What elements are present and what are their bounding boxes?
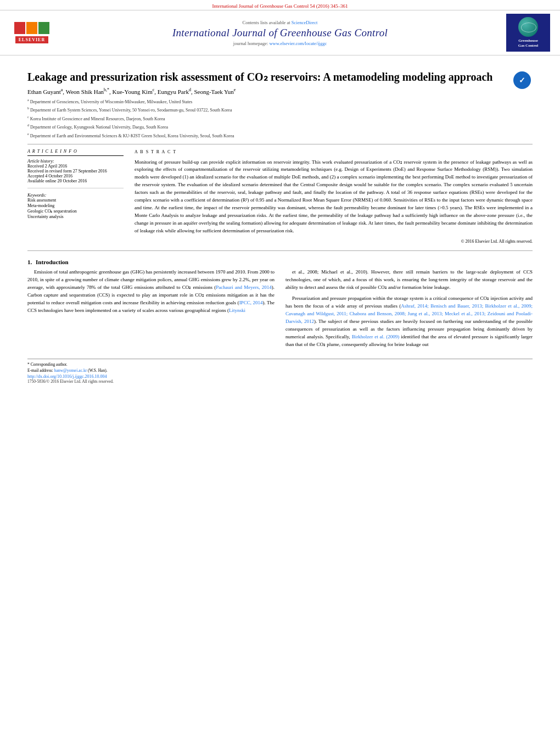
- article-info-title: A R T I C L E I N F O: [27, 149, 124, 154]
- elsevier-logo: ELSEVIER: [10, 22, 54, 43]
- article-title: Leakage and pressurization risk assessme…: [27, 70, 533, 84]
- journal-title: International Journal of Greenhouse Gas …: [54, 27, 506, 39]
- article-info-abstract: A R T I C L E I N F O Article history: R…: [27, 149, 533, 245]
- homepage-link[interactable]: www.elsevier.com/locate/ijggc: [269, 41, 327, 46]
- crossmark-icon: ✓: [513, 71, 531, 89]
- copyright: © 2016 Elsevier Ltd. All rights reserved…: [135, 238, 533, 245]
- article-history: Article history: Received 2 April 2016 R…: [27, 159, 124, 183]
- intro-section: 1. Introduction Emission of total anthro…: [27, 259, 533, 352]
- contents-line: Contents lists available at ScienceDirec…: [54, 20, 506, 25]
- ref-ashraf[interactable]: Ashraf, 2014; Benisch and Bauer, 2013; B…: [285, 303, 533, 324]
- ref-pachauri[interactable]: Pachauri and Meyers, 2014: [216, 284, 272, 290]
- journal-header: ELSEVIER Contents lists available at Sci…: [0, 10, 560, 55]
- available-date: Available online 20 October 2016: [27, 178, 124, 183]
- divider-top: [27, 144, 533, 144]
- intro-right-col: et al., 2008; Michael et al., 2010). How…: [285, 269, 533, 352]
- journal-homepage: journal homepage: www.elsevier.com/locat…: [54, 41, 506, 46]
- authors-line: Ethan Guyanta, Weon Shik Hanb,*, Kue-You…: [27, 87, 533, 95]
- ref-ipcc[interactable]: IPCC, 2014: [239, 300, 263, 305]
- intro-left-para: Emission of total anthropogenic greenhou…: [27, 269, 275, 315]
- intro-left-col: Emission of total anthropogenic greenhou…: [27, 269, 275, 352]
- received-date: Received 2 April 2016: [27, 164, 124, 169]
- keyword-1: Risk assessment: [27, 198, 124, 203]
- crossmark-badge: ✓: [512, 70, 533, 91]
- keyword-2: Meta-modeling: [27, 203, 124, 208]
- keywords-section: Keywords: Risk assessment Meta-modeling …: [27, 193, 124, 219]
- elsevier-label: ELSEVIER: [15, 36, 48, 43]
- logo-title: Greenhouse Gas Control: [518, 38, 539, 48]
- email-note: E-mail address: hanw@yonsei.ac.kr (W.S. …: [27, 368, 533, 373]
- sciencedirect-link[interactable]: ScienceDirect: [292, 20, 318, 25]
- ref-birkholzer[interactable]: Birkholzer et al. (2009): [352, 334, 400, 339]
- journal-reference: International Journal of Greenhouse Gas …: [0, 0, 560, 10]
- main-content: Leakage and pressurization risk assessme…: [0, 55, 560, 383]
- doi-link[interactable]: http://dx.doi.org/10.1016/j.ijggc.2016.1…: [27, 374, 107, 379]
- issn-line: 1750-5836/© 2016 Elsevier Ltd. All right…: [27, 379, 533, 384]
- footnote-area: * Corresponding author. E-mail address: …: [27, 359, 533, 384]
- article-info-col: A R T I C L E I N F O Article history: R…: [27, 149, 124, 245]
- corresponding-note: * Corresponding author.: [27, 362, 533, 367]
- section-number: 1.: [27, 259, 32, 265]
- email-link[interactable]: hanw@yonsei.ac.kr: [54, 368, 87, 373]
- section-title: Introduction: [36, 259, 69, 265]
- divider-mid: [27, 250, 533, 251]
- journal-logo-box: Greenhouse Gas Control: [506, 14, 550, 52]
- intro-body: Emission of total anthropogenic greenhou…: [27, 269, 533, 352]
- keyword-3: Geologic CO₂ sequestration: [27, 209, 124, 214]
- logo-globe-icon: [518, 17, 538, 37]
- intro-heading: 1. Introduction: [27, 259, 533, 265]
- history-label: Article history:: [27, 159, 124, 164]
- ref-litynski[interactable]: Litynski: [229, 308, 245, 313]
- abstract-col: A B S T R A C T Monitoring of pressure b…: [135, 149, 533, 245]
- intro-right-para: et al., 2008; Michael et al., 2010). How…: [285, 269, 533, 292]
- revised-date: Received in revised form 27 September 20…: [27, 169, 124, 174]
- keyword-4: Uncertainty analysis: [27, 214, 124, 219]
- doi-line: http://dx.doi.org/10.1016/j.ijggc.2016.1…: [27, 374, 533, 379]
- affiliations: a Department of Geosciences, University …: [27, 98, 533, 140]
- abstract-title: A B S T R A C T: [135, 149, 533, 155]
- journal-ref-text: International Journal of Greenhouse Gas …: [212, 3, 348, 9]
- journal-center: Contents lists available at ScienceDirec…: [54, 20, 506, 46]
- abstract-text: Monitoring of pressure build-up can prov…: [135, 159, 533, 235]
- intro-right-para-2: Pressurization and pressure propagation …: [285, 295, 533, 349]
- accepted-date: Accepted 4 October 2016: [27, 174, 124, 178]
- keywords-label: Keywords:: [27, 193, 124, 198]
